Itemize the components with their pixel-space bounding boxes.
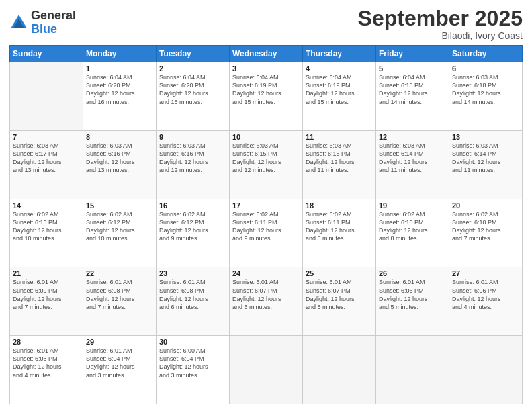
day-info: Sunrise: 6:03 AM Sunset: 6:14 PM Dayligh… (452, 142, 501, 173)
calendar-cell: 24Sunrise: 6:01 AM Sunset: 6:07 PM Dayli… (230, 267, 303, 336)
calendar-cell: 10Sunrise: 6:03 AM Sunset: 6:15 PM Dayli… (230, 130, 303, 199)
calendar-cell: 6Sunrise: 6:03 AM Sunset: 6:18 PM Daylig… (449, 62, 523, 131)
calendar-cell: 23Sunrise: 6:01 AM Sunset: 6:08 PM Dayli… (157, 267, 230, 336)
calendar-cell: 16Sunrise: 6:02 AM Sunset: 6:12 PM Dayli… (157, 199, 230, 267)
calendar-body: 1Sunrise: 6:04 AM Sunset: 6:20 PM Daylig… (10, 62, 523, 404)
day-header-wednesday: Wednesday (230, 46, 303, 62)
day-info: Sunrise: 6:02 AM Sunset: 6:11 PM Dayligh… (232, 211, 281, 242)
day-info: Sunrise: 6:02 AM Sunset: 6:12 PM Dayligh… (159, 211, 208, 242)
day-info: Sunrise: 6:03 AM Sunset: 6:15 PM Dayligh… (232, 142, 281, 173)
day-number: 11 (306, 133, 373, 141)
day-info: Sunrise: 6:01 AM Sunset: 6:04 PM Dayligh… (86, 347, 135, 378)
calendar-cell: 7Sunrise: 6:03 AM Sunset: 6:17 PM Daylig… (10, 130, 83, 199)
day-info: Sunrise: 6:03 AM Sunset: 6:14 PM Dayligh… (379, 142, 428, 173)
day-info: Sunrise: 6:01 AM Sunset: 6:09 PM Dayligh… (13, 279, 62, 310)
day-number: 10 (232, 133, 300, 141)
logo-blue: Blue (31, 23, 76, 36)
header-row: SundayMondayTuesdayWednesdayThursdayFrid… (10, 46, 523, 62)
calendar-cell: 15Sunrise: 6:02 AM Sunset: 6:12 PM Dayli… (83, 199, 157, 267)
calendar-cell: 8Sunrise: 6:03 AM Sunset: 6:16 PM Daylig… (83, 130, 157, 199)
calendar-cell: 4Sunrise: 6:04 AM Sunset: 6:19 PM Daylig… (303, 62, 376, 131)
day-number: 1 (86, 64, 153, 73)
calendar-cell (230, 336, 303, 404)
day-number: 7 (13, 133, 80, 141)
day-info: Sunrise: 6:02 AM Sunset: 6:13 PM Dayligh… (13, 211, 62, 242)
calendar-cell: 21Sunrise: 6:01 AM Sunset: 6:09 PM Dayli… (10, 267, 83, 336)
calendar-cell: 29Sunrise: 6:01 AM Sunset: 6:04 PM Dayli… (83, 336, 157, 404)
day-info: Sunrise: 6:02 AM Sunset: 6:12 PM Dayligh… (86, 211, 135, 242)
calendar: SundayMondayTuesdayWednesdayThursdayFrid… (9, 45, 523, 404)
day-info: Sunrise: 6:04 AM Sunset: 6:19 PM Dayligh… (306, 74, 355, 105)
day-number: 5 (379, 64, 446, 73)
logo-icon (9, 13, 28, 32)
day-number: 3 (232, 64, 300, 73)
calendar-cell: 11Sunrise: 6:03 AM Sunset: 6:15 PM Dayli… (303, 130, 376, 199)
day-info: Sunrise: 6:04 AM Sunset: 6:18 PM Dayligh… (379, 74, 428, 105)
week-row-4: 21Sunrise: 6:01 AM Sunset: 6:09 PM Dayli… (10, 267, 523, 336)
day-info: Sunrise: 6:04 AM Sunset: 6:20 PM Dayligh… (86, 74, 135, 105)
calendar-cell: 19Sunrise: 6:02 AM Sunset: 6:10 PM Dayli… (376, 199, 449, 267)
day-info: Sunrise: 6:03 AM Sunset: 6:15 PM Dayligh… (306, 142, 355, 173)
day-number: 9 (159, 133, 226, 141)
day-info: Sunrise: 6:03 AM Sunset: 6:17 PM Dayligh… (13, 142, 62, 173)
calendar-cell: 25Sunrise: 6:01 AM Sunset: 6:07 PM Dayli… (303, 267, 376, 336)
page: General Blue September 2025 Bilaodi, Ivo… (0, 0, 532, 411)
day-number: 25 (306, 269, 373, 277)
day-number: 30 (159, 338, 226, 346)
week-row-2: 7Sunrise: 6:03 AM Sunset: 6:17 PM Daylig… (10, 130, 523, 199)
calendar-cell: 3Sunrise: 6:04 AM Sunset: 6:19 PM Daylig… (230, 62, 303, 131)
day-number: 4 (306, 64, 373, 73)
calendar-cell: 5Sunrise: 6:04 AM Sunset: 6:18 PM Daylig… (376, 62, 449, 131)
calendar-cell: 9Sunrise: 6:03 AM Sunset: 6:16 PM Daylig… (157, 130, 230, 199)
calendar-cell: 18Sunrise: 6:02 AM Sunset: 6:11 PM Dayli… (303, 199, 376, 267)
day-number: 15 (86, 201, 153, 210)
day-number: 28 (13, 338, 80, 346)
calendar-cell (376, 336, 449, 404)
day-info: Sunrise: 6:00 AM Sunset: 6:04 PM Dayligh… (159, 347, 208, 378)
calendar-cell: 22Sunrise: 6:01 AM Sunset: 6:08 PM Dayli… (83, 267, 157, 336)
day-info: Sunrise: 6:04 AM Sunset: 6:20 PM Dayligh… (159, 74, 208, 105)
logo: General Blue (9, 9, 76, 36)
calendar-cell (449, 336, 523, 404)
calendar-cell: 14Sunrise: 6:02 AM Sunset: 6:13 PM Dayli… (10, 199, 83, 267)
day-info: Sunrise: 6:01 AM Sunset: 6:06 PM Dayligh… (452, 279, 501, 310)
day-number: 12 (379, 133, 446, 141)
day-header-thursday: Thursday (303, 46, 376, 62)
day-header-friday: Friday (376, 46, 449, 62)
location: Bilaodi, Ivory Coast (358, 30, 523, 41)
day-number: 24 (232, 269, 300, 277)
day-number: 16 (159, 201, 226, 210)
day-info: Sunrise: 6:02 AM Sunset: 6:10 PM Dayligh… (452, 211, 501, 242)
day-number: 22 (86, 269, 153, 277)
day-info: Sunrise: 6:01 AM Sunset: 6:05 PM Dayligh… (13, 347, 62, 378)
calendar-cell (10, 62, 83, 131)
week-row-5: 28Sunrise: 6:01 AM Sunset: 6:05 PM Dayli… (10, 336, 523, 404)
day-info: Sunrise: 6:01 AM Sunset: 6:07 PM Dayligh… (306, 279, 355, 310)
day-number: 21 (13, 269, 80, 277)
day-number: 2 (159, 64, 226, 73)
day-info: Sunrise: 6:01 AM Sunset: 6:06 PM Dayligh… (379, 279, 428, 310)
day-number: 17 (232, 201, 300, 210)
day-info: Sunrise: 6:01 AM Sunset: 6:08 PM Dayligh… (159, 279, 208, 310)
week-row-1: 1Sunrise: 6:04 AM Sunset: 6:20 PM Daylig… (10, 62, 523, 131)
day-header-sunday: Sunday (10, 46, 83, 62)
day-number: 6 (452, 64, 519, 73)
calendar-header: SundayMondayTuesdayWednesdayThursdayFrid… (10, 46, 523, 62)
calendar-cell: 2Sunrise: 6:04 AM Sunset: 6:20 PM Daylig… (157, 62, 230, 131)
calendar-cell: 13Sunrise: 6:03 AM Sunset: 6:14 PM Dayli… (449, 130, 523, 199)
day-header-tuesday: Tuesday (157, 46, 230, 62)
day-number: 14 (13, 201, 80, 210)
calendar-cell: 12Sunrise: 6:03 AM Sunset: 6:14 PM Dayli… (376, 130, 449, 199)
day-info: Sunrise: 6:02 AM Sunset: 6:10 PM Dayligh… (379, 211, 428, 242)
day-number: 8 (86, 133, 153, 141)
calendar-cell (303, 336, 376, 404)
calendar-cell: 30Sunrise: 6:00 AM Sunset: 6:04 PM Dayli… (157, 336, 230, 404)
day-info: Sunrise: 6:01 AM Sunset: 6:07 PM Dayligh… (232, 279, 281, 310)
day-header-monday: Monday (83, 46, 157, 62)
day-number: 13 (452, 133, 519, 141)
calendar-cell: 20Sunrise: 6:02 AM Sunset: 6:10 PM Dayli… (449, 199, 523, 267)
day-number: 23 (159, 269, 226, 277)
day-info: Sunrise: 6:03 AM Sunset: 6:16 PM Dayligh… (86, 142, 135, 173)
calendar-cell: 1Sunrise: 6:04 AM Sunset: 6:20 PM Daylig… (83, 62, 157, 131)
day-header-saturday: Saturday (449, 46, 523, 62)
